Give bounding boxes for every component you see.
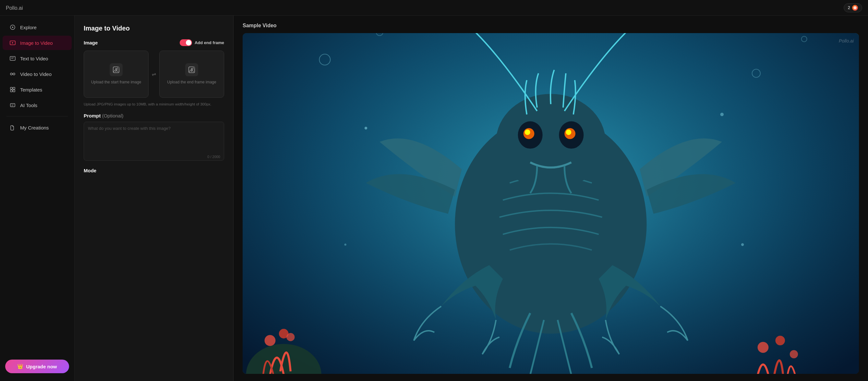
panel-title: Image to Video <box>84 25 224 32</box>
upload-hint: Upload JPG/PNG images up to 10MB, with a… <box>84 101 224 107</box>
svg-point-34 <box>496 94 606 190</box>
sidebar-item-ai-tools[interactable]: AI Tools <box>3 98 72 112</box>
svg-text:+: + <box>117 66 118 69</box>
credits-badge[interactable]: 2 <box>844 3 862 12</box>
mode-label: Mode <box>84 168 224 173</box>
upgrade-icon: 👑 <box>17 363 23 369</box>
svg-point-29 <box>286 333 294 341</box>
svg-point-40 <box>566 129 571 135</box>
right-panel: Sample Video <box>234 16 868 381</box>
watermark: Pollo.ai <box>839 38 854 43</box>
toggle-label: Add end frame <box>195 40 224 45</box>
topbar: Pollo.ai 2 <box>0 0 868 16</box>
sample-video-bg: Pollo.ai <box>243 33 859 374</box>
prompt-textarea[interactable] <box>84 122 224 160</box>
sea-creature-illustration <box>243 33 859 374</box>
svg-point-42 <box>720 113 724 116</box>
svg-rect-8 <box>13 87 15 89</box>
svg-point-27 <box>265 335 276 346</box>
sidebar-item-explore[interactable]: Explore <box>3 20 72 34</box>
explore-icon <box>9 24 16 31</box>
image-section-header: Image Add end frame <box>84 39 224 46</box>
start-frame-label: Upload the start frame image <box>91 80 142 85</box>
sidebar-item-label-explore: Explore <box>20 25 37 30</box>
sidebar-divider <box>6 116 68 117</box>
sidebar-item-my-creations[interactable]: My Creations <box>3 120 72 135</box>
logo: Pollo.ai <box>6 4 23 11</box>
svg-point-6 <box>13 73 15 75</box>
toggle-row: Add end frame <box>180 39 224 46</box>
image-to-video-icon <box>9 39 16 47</box>
sidebar-item-label-video-to-video: Video to Video <box>20 71 52 77</box>
sidebar-item-label-my-creations: My Creations <box>20 125 49 130</box>
end-frame-upload[interactable]: + Upload the end frame image <box>159 51 224 98</box>
sidebar-item-label-templates: Templates <box>20 87 42 92</box>
sample-video-title: Sample Video <box>243 23 859 29</box>
start-frame-upload[interactable]: + Upload the start frame image <box>84 51 149 98</box>
prompt-counter: 0 / 2000 <box>207 155 220 159</box>
sidebar-item-text-to-video[interactable]: Text to Video <box>3 51 72 65</box>
svg-text:+: + <box>193 66 194 69</box>
logo-sub: .ai <box>18 5 23 11</box>
text-to-video-icon <box>9 55 16 62</box>
my-creations-icon <box>9 124 16 131</box>
sidebar-item-video-to-video[interactable]: Video to Video <box>3 67 72 81</box>
sidebar-item-label-image-to-video: Image to Video <box>20 40 53 46</box>
svg-point-44 <box>741 243 744 246</box>
swap-icon[interactable]: ⇌ <box>152 71 156 77</box>
svg-rect-7 <box>10 87 12 89</box>
mode-section: Mode <box>84 168 224 173</box>
templates-icon <box>9 86 16 93</box>
add-end-frame-toggle[interactable] <box>180 39 192 46</box>
coin-icon <box>852 5 858 11</box>
sidebar-item-label-ai-tools: AI Tools <box>20 102 37 108</box>
prompt-section: Prompt (Optional) 0 / 2000 <box>84 113 224 162</box>
video-to-video-icon <box>9 70 16 78</box>
svg-point-30 <box>758 342 769 353</box>
left-panel: Image to Video Image Add end frame + Upl… <box>74 16 234 381</box>
image-section-label: Image <box>84 40 98 46</box>
sidebar: Explore Image to Video Text to Video Vid… <box>0 16 74 381</box>
credits-count: 2 <box>848 5 850 10</box>
svg-rect-10 <box>13 90 15 92</box>
end-frame-label: Upload the end frame image <box>167 80 216 85</box>
svg-point-5 <box>10 73 12 75</box>
logo-main: Pollo <box>6 5 18 11</box>
content-area: Image to Video Image Add end frame + Upl… <box>74 16 868 381</box>
svg-point-41 <box>365 127 367 129</box>
prompt-label: Prompt (Optional) <box>84 113 224 118</box>
ai-tools-icon <box>9 101 16 109</box>
upgrade-button[interactable]: 👑 Upgrade now <box>5 359 69 373</box>
svg-rect-11 <box>10 104 15 107</box>
svg-point-0 <box>854 6 857 9</box>
svg-point-43 <box>344 244 346 246</box>
sidebar-item-label-text-to-video: Text to Video <box>20 56 48 61</box>
svg-point-31 <box>775 335 785 345</box>
svg-rect-9 <box>10 90 12 92</box>
svg-point-2 <box>12 27 13 28</box>
end-frame-upload-icon: + <box>185 63 198 76</box>
prompt-wrapper: 0 / 2000 <box>84 122 224 162</box>
upload-row: + Upload the start frame image ⇌ + Uploa… <box>84 51 224 98</box>
main-layout: Explore Image to Video Text to Video Vid… <box>0 16 868 381</box>
svg-point-32 <box>790 350 798 358</box>
upgrade-label: Upgrade now <box>26 364 57 369</box>
svg-point-39 <box>525 129 530 135</box>
sidebar-item-image-to-video[interactable]: Image to Video <box>3 36 72 50</box>
sidebar-item-templates[interactable]: Templates <box>3 82 72 97</box>
start-frame-upload-icon: + <box>110 63 123 76</box>
sample-video-container: Pollo.ai <box>243 33 859 374</box>
